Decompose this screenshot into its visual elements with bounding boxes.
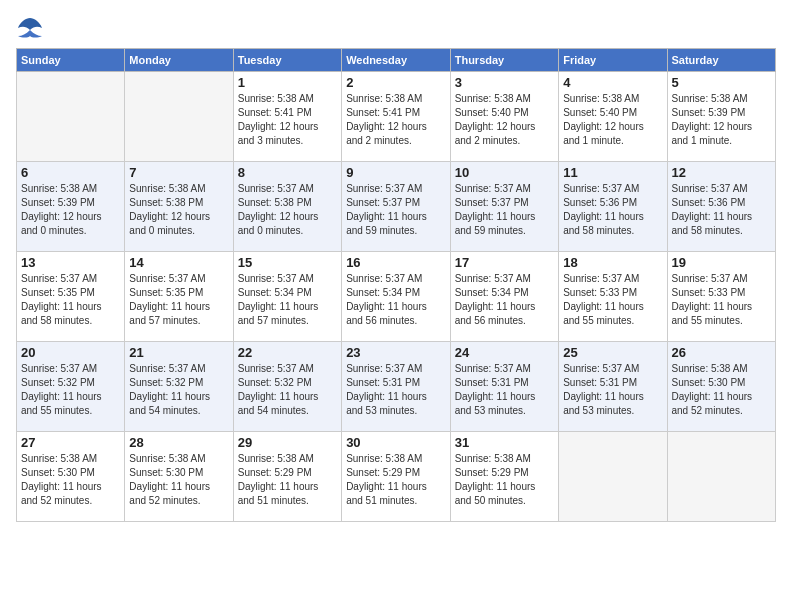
day-info: Sunrise: 5:38 AMSunset: 5:39 PMDaylight:…	[21, 182, 120, 238]
calendar-cell: 17Sunrise: 5:37 AMSunset: 5:34 PMDayligh…	[450, 252, 558, 342]
day-info: Sunrise: 5:37 AMSunset: 5:36 PMDaylight:…	[672, 182, 772, 238]
calendar-cell: 29Sunrise: 5:38 AMSunset: 5:29 PMDayligh…	[233, 432, 341, 522]
day-number: 15	[238, 255, 337, 270]
day-number: 12	[672, 165, 772, 180]
weekday-header-saturday: Saturday	[667, 49, 776, 72]
calendar-cell: 23Sunrise: 5:37 AMSunset: 5:31 PMDayligh…	[342, 342, 451, 432]
day-number: 4	[563, 75, 662, 90]
calendar-week-row: 13Sunrise: 5:37 AMSunset: 5:35 PMDayligh…	[17, 252, 776, 342]
day-info: Sunrise: 5:38 AMSunset: 5:29 PMDaylight:…	[346, 452, 446, 508]
day-number: 7	[129, 165, 228, 180]
calendar-cell: 7Sunrise: 5:38 AMSunset: 5:38 PMDaylight…	[125, 162, 233, 252]
day-number: 20	[21, 345, 120, 360]
day-number: 28	[129, 435, 228, 450]
day-info: Sunrise: 5:37 AMSunset: 5:33 PMDaylight:…	[563, 272, 662, 328]
day-info: Sunrise: 5:37 AMSunset: 5:36 PMDaylight:…	[563, 182, 662, 238]
weekday-header-friday: Friday	[559, 49, 667, 72]
calendar-week-row: 27Sunrise: 5:38 AMSunset: 5:30 PMDayligh…	[17, 432, 776, 522]
day-number: 5	[672, 75, 772, 90]
day-info: Sunrise: 5:37 AMSunset: 5:38 PMDaylight:…	[238, 182, 337, 238]
day-number: 6	[21, 165, 120, 180]
day-number: 24	[455, 345, 554, 360]
day-number: 11	[563, 165, 662, 180]
calendar-cell	[125, 72, 233, 162]
day-info: Sunrise: 5:38 AMSunset: 5:30 PMDaylight:…	[672, 362, 772, 418]
day-info: Sunrise: 5:38 AMSunset: 5:41 PMDaylight:…	[238, 92, 337, 148]
weekday-header-monday: Monday	[125, 49, 233, 72]
calendar-cell: 14Sunrise: 5:37 AMSunset: 5:35 PMDayligh…	[125, 252, 233, 342]
weekday-header-thursday: Thursday	[450, 49, 558, 72]
logo-icon	[16, 16, 44, 40]
day-info: Sunrise: 5:38 AMSunset: 5:41 PMDaylight:…	[346, 92, 446, 148]
day-number: 19	[672, 255, 772, 270]
calendar-cell: 11Sunrise: 5:37 AMSunset: 5:36 PMDayligh…	[559, 162, 667, 252]
day-info: Sunrise: 5:38 AMSunset: 5:29 PMDaylight:…	[455, 452, 554, 508]
weekday-header-wednesday: Wednesday	[342, 49, 451, 72]
calendar-cell: 26Sunrise: 5:38 AMSunset: 5:30 PMDayligh…	[667, 342, 776, 432]
day-number: 9	[346, 165, 446, 180]
day-number: 26	[672, 345, 772, 360]
day-info: Sunrise: 5:38 AMSunset: 5:40 PMDaylight:…	[455, 92, 554, 148]
page-header	[16, 16, 776, 40]
day-number: 8	[238, 165, 337, 180]
calendar-cell: 3Sunrise: 5:38 AMSunset: 5:40 PMDaylight…	[450, 72, 558, 162]
day-number: 22	[238, 345, 337, 360]
calendar-cell: 12Sunrise: 5:37 AMSunset: 5:36 PMDayligh…	[667, 162, 776, 252]
calendar-cell: 5Sunrise: 5:38 AMSunset: 5:39 PMDaylight…	[667, 72, 776, 162]
day-info: Sunrise: 5:37 AMSunset: 5:32 PMDaylight:…	[129, 362, 228, 418]
day-info: Sunrise: 5:37 AMSunset: 5:31 PMDaylight:…	[563, 362, 662, 418]
day-number: 2	[346, 75, 446, 90]
calendar-cell: 28Sunrise: 5:38 AMSunset: 5:30 PMDayligh…	[125, 432, 233, 522]
calendar-cell: 22Sunrise: 5:37 AMSunset: 5:32 PMDayligh…	[233, 342, 341, 432]
calendar-cell	[559, 432, 667, 522]
day-info: Sunrise: 5:37 AMSunset: 5:32 PMDaylight:…	[238, 362, 337, 418]
calendar-cell: 18Sunrise: 5:37 AMSunset: 5:33 PMDayligh…	[559, 252, 667, 342]
logo	[16, 16, 48, 40]
calendar-cell: 27Sunrise: 5:38 AMSunset: 5:30 PMDayligh…	[17, 432, 125, 522]
day-info: Sunrise: 5:37 AMSunset: 5:31 PMDaylight:…	[455, 362, 554, 418]
calendar-cell: 30Sunrise: 5:38 AMSunset: 5:29 PMDayligh…	[342, 432, 451, 522]
day-number: 31	[455, 435, 554, 450]
calendar-cell: 13Sunrise: 5:37 AMSunset: 5:35 PMDayligh…	[17, 252, 125, 342]
calendar-cell	[17, 72, 125, 162]
day-number: 1	[238, 75, 337, 90]
day-info: Sunrise: 5:38 AMSunset: 5:30 PMDaylight:…	[21, 452, 120, 508]
day-info: Sunrise: 5:37 AMSunset: 5:31 PMDaylight:…	[346, 362, 446, 418]
calendar-cell: 10Sunrise: 5:37 AMSunset: 5:37 PMDayligh…	[450, 162, 558, 252]
day-number: 21	[129, 345, 228, 360]
day-number: 27	[21, 435, 120, 450]
calendar-cell: 1Sunrise: 5:38 AMSunset: 5:41 PMDaylight…	[233, 72, 341, 162]
day-info: Sunrise: 5:38 AMSunset: 5:29 PMDaylight:…	[238, 452, 337, 508]
day-info: Sunrise: 5:37 AMSunset: 5:32 PMDaylight:…	[21, 362, 120, 418]
calendar-cell: 6Sunrise: 5:38 AMSunset: 5:39 PMDaylight…	[17, 162, 125, 252]
calendar-week-row: 20Sunrise: 5:37 AMSunset: 5:32 PMDayligh…	[17, 342, 776, 432]
day-number: 25	[563, 345, 662, 360]
calendar-week-row: 1Sunrise: 5:38 AMSunset: 5:41 PMDaylight…	[17, 72, 776, 162]
calendar-cell: 9Sunrise: 5:37 AMSunset: 5:37 PMDaylight…	[342, 162, 451, 252]
day-info: Sunrise: 5:37 AMSunset: 5:35 PMDaylight:…	[21, 272, 120, 328]
day-number: 14	[129, 255, 228, 270]
day-info: Sunrise: 5:37 AMSunset: 5:34 PMDaylight:…	[238, 272, 337, 328]
day-info: Sunrise: 5:37 AMSunset: 5:37 PMDaylight:…	[346, 182, 446, 238]
calendar-cell: 15Sunrise: 5:37 AMSunset: 5:34 PMDayligh…	[233, 252, 341, 342]
calendar-cell: 20Sunrise: 5:37 AMSunset: 5:32 PMDayligh…	[17, 342, 125, 432]
calendar-cell: 8Sunrise: 5:37 AMSunset: 5:38 PMDaylight…	[233, 162, 341, 252]
day-number: 13	[21, 255, 120, 270]
day-info: Sunrise: 5:38 AMSunset: 5:39 PMDaylight:…	[672, 92, 772, 148]
calendar-body: 1Sunrise: 5:38 AMSunset: 5:41 PMDaylight…	[17, 72, 776, 522]
calendar-cell: 16Sunrise: 5:37 AMSunset: 5:34 PMDayligh…	[342, 252, 451, 342]
calendar-cell: 2Sunrise: 5:38 AMSunset: 5:41 PMDaylight…	[342, 72, 451, 162]
calendar-cell: 31Sunrise: 5:38 AMSunset: 5:29 PMDayligh…	[450, 432, 558, 522]
day-info: Sunrise: 5:37 AMSunset: 5:35 PMDaylight:…	[129, 272, 228, 328]
calendar-cell: 21Sunrise: 5:37 AMSunset: 5:32 PMDayligh…	[125, 342, 233, 432]
weekday-header-tuesday: Tuesday	[233, 49, 341, 72]
calendar-cell: 19Sunrise: 5:37 AMSunset: 5:33 PMDayligh…	[667, 252, 776, 342]
day-number: 18	[563, 255, 662, 270]
calendar-cell: 4Sunrise: 5:38 AMSunset: 5:40 PMDaylight…	[559, 72, 667, 162]
day-number: 23	[346, 345, 446, 360]
day-info: Sunrise: 5:38 AMSunset: 5:38 PMDaylight:…	[129, 182, 228, 238]
day-info: Sunrise: 5:37 AMSunset: 5:37 PMDaylight:…	[455, 182, 554, 238]
calendar-week-row: 6Sunrise: 5:38 AMSunset: 5:39 PMDaylight…	[17, 162, 776, 252]
day-info: Sunrise: 5:37 AMSunset: 5:33 PMDaylight:…	[672, 272, 772, 328]
day-number: 3	[455, 75, 554, 90]
